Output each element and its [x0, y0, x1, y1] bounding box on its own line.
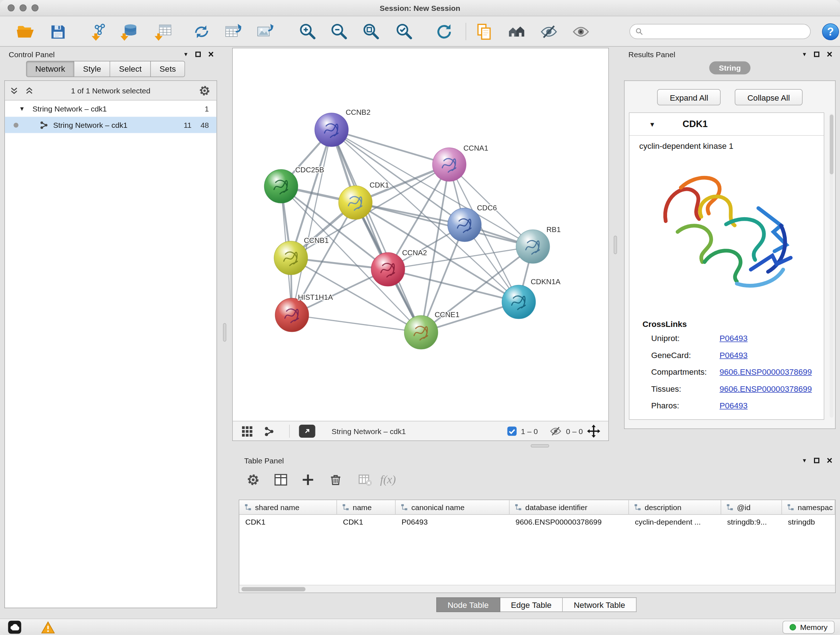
refresh-view-icon[interactable]	[433, 21, 455, 42]
horizontal-scrollbar[interactable]	[240, 585, 835, 593]
column-header-database-identifier[interactable]: database identifier	[510, 500, 629, 515]
import-table-icon[interactable]	[152, 21, 174, 42]
zoom-out-icon[interactable]	[328, 21, 349, 42]
zoom-in-icon[interactable]	[296, 21, 318, 42]
crosslink-link[interactable]: 9606.ENSP00000378699	[720, 384, 812, 394]
tab-select[interactable]: Select	[111, 61, 151, 77]
selected-checkbox-icon[interactable]	[507, 426, 517, 436]
cloud-status-icon[interactable]	[8, 621, 22, 635]
home-icon[interactable]	[506, 21, 527, 42]
table-cell[interactable]: CDK1	[337, 515, 396, 530]
column-header-canonical-name[interactable]: canonical name	[396, 500, 510, 515]
clone-network-icon[interactable]	[191, 21, 212, 42]
network-node-rb1[interactable]: RB1	[516, 226, 561, 264]
memory-button[interactable]: Memory	[783, 621, 835, 634]
results-scrollbar[interactable]	[830, 114, 834, 418]
zoom-selected-icon[interactable]	[393, 21, 415, 42]
import-database-icon[interactable]	[118, 21, 140, 42]
network-graph[interactable]: CCNB2CCNA1CDC25BCDK1CDC6RB1CCNB1CCNA2CDK…	[233, 49, 608, 421]
right-splitter-handle[interactable]	[614, 236, 617, 254]
panel-close-icon[interactable]: ×	[827, 50, 832, 59]
table-cell[interactable]: CDK1	[240, 515, 337, 530]
panel-close-icon[interactable]: ×	[827, 456, 832, 466]
crosslink-link[interactable]: P06493	[720, 333, 748, 343]
search-input[interactable]	[646, 27, 805, 36]
network-node-ccnb2[interactable]: CCNB2	[315, 108, 370, 147]
string-app-badge[interactable]: String	[709, 62, 751, 74]
column-header--id[interactable]: @id	[722, 500, 782, 515]
table-cell[interactable]: 9606.ENSP00000378699	[510, 515, 629, 530]
share-network-icon[interactable]	[264, 425, 275, 437]
export-view-icon[interactable]	[299, 424, 316, 437]
show-details-icon[interactable]	[570, 21, 592, 42]
network-edge[interactable]	[355, 203, 533, 247]
network-node-ccnb1[interactable]: CCNB1	[274, 236, 329, 275]
window-minimize-button[interactable]	[19, 4, 27, 11]
tab-sets[interactable]: Sets	[151, 61, 185, 77]
expand-all-button[interactable]: Expand All	[657, 89, 721, 105]
tab-network[interactable]: Network	[26, 61, 74, 77]
export-table-icon[interactable]	[222, 21, 244, 42]
table-cell[interactable]: P06493	[396, 515, 510, 530]
tab-node-table[interactable]: Node Table	[436, 597, 500, 612]
table-row[interactable]: CDK1CDK1P064939606.ENSP00000378699cyclin…	[240, 515, 835, 530]
tab-edge-table[interactable]: Edge Table	[500, 597, 563, 612]
help-icon[interactable]: ?	[819, 21, 840, 42]
scrollbar-thumb[interactable]	[242, 587, 306, 592]
column-header-name[interactable]: name	[337, 500, 396, 515]
collapse-section-icon[interactable]: ▼	[649, 120, 655, 128]
crosslink-link[interactable]: 9606.ENSP00000378699	[720, 367, 812, 377]
collapse-tree-icon[interactable]	[24, 84, 35, 96]
network-row[interactable]: String Network – cdk1 11 48	[5, 117, 217, 133]
table-cell[interactable]: stringdb	[782, 515, 835, 530]
gene-card-header[interactable]: ▼ CDK1	[630, 113, 824, 136]
panel-menu-icon[interactable]: ▼	[802, 458, 807, 463]
crosslink-link[interactable]: P06493	[720, 401, 748, 410]
window-close-button[interactable]	[8, 4, 15, 11]
duplicate-page-icon[interactable]	[473, 21, 495, 42]
import-network-icon[interactable]	[88, 21, 110, 42]
column-header-shared-name[interactable]: shared name	[240, 500, 337, 515]
export-image-icon[interactable]	[254, 21, 276, 42]
expand-tree-icon[interactable]	[8, 84, 20, 96]
network-edge[interactable]	[332, 130, 450, 165]
delete-column-icon[interactable]	[325, 469, 346, 491]
network-edge[interactable]	[332, 130, 422, 333]
disclosure-triangle-icon[interactable]: ▼	[19, 105, 25, 112]
hide-details-icon[interactable]	[538, 21, 560, 42]
network-edge[interactable]	[292, 130, 332, 315]
column-header-description[interactable]: description	[629, 500, 722, 515]
warning-icon[interactable]	[41, 621, 55, 635]
network-collection-row[interactable]: ▼ String Network – cdk1 1	[5, 101, 217, 117]
panel-menu-icon[interactable]: ▼	[183, 52, 188, 57]
left-splitter-handle[interactable]	[223, 323, 226, 342]
crosslink-link[interactable]: P06493	[720, 350, 748, 360]
column-header-namespac[interactable]: namespac	[782, 500, 835, 515]
panel-close-icon[interactable]: ×	[208, 50, 214, 59]
network-node-hist1h1a[interactable]: HIST1H1A	[275, 293, 333, 332]
tab-style[interactable]: Style	[74, 61, 111, 77]
panel-float-icon[interactable]	[196, 52, 201, 57]
panel-float-icon[interactable]	[814, 458, 820, 463]
gear-icon[interactable]	[198, 84, 211, 97]
show-columns-icon[interactable]	[270, 469, 292, 491]
network-edge[interactable]	[292, 315, 421, 333]
network-node-cdk1[interactable]: CDK1	[339, 181, 389, 220]
add-column-icon[interactable]	[297, 469, 319, 491]
network-node-cdkn1a[interactable]: CDKN1A	[502, 278, 561, 319]
window-zoom-button[interactable]	[32, 4, 39, 11]
zoom-fit-icon[interactable]	[360, 21, 382, 42]
panel-menu-icon[interactable]: ▼	[802, 52, 807, 57]
table-settings-gear-icon[interactable]	[242, 469, 264, 491]
panel-float-icon[interactable]	[814, 52, 820, 57]
table-cell[interactable]: cyclin-dependent ...	[629, 515, 722, 530]
network-node-ccna1[interactable]: CCNA1	[433, 144, 488, 182]
tab-network-table[interactable]: Network Table	[563, 597, 637, 612]
collapse-all-button[interactable]: Collapse All	[735, 89, 802, 105]
open-session-icon[interactable]	[14, 21, 36, 42]
table-cell[interactable]: stringdb:9...	[722, 515, 782, 530]
save-session-icon[interactable]	[47, 21, 68, 42]
horizontal-splitter-handle[interactable]	[531, 444, 549, 448]
pan-tool-icon[interactable]	[587, 424, 601, 438]
birdseye-view-icon[interactable]	[240, 424, 254, 437]
